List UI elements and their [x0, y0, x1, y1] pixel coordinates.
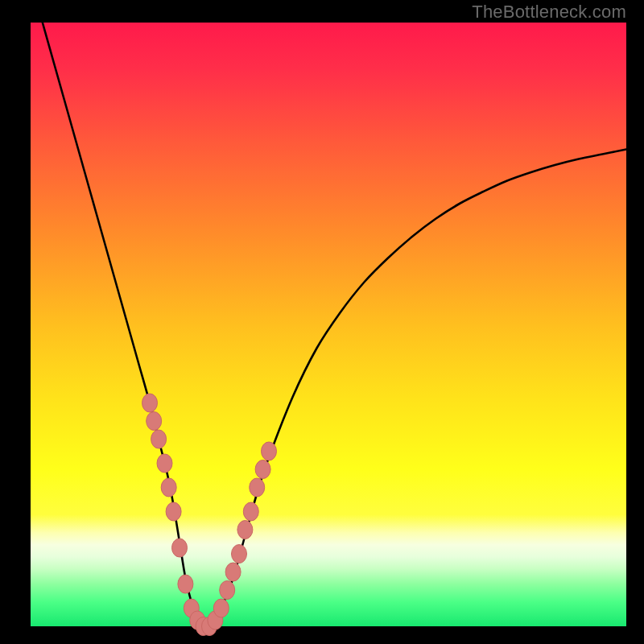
data-marker — [220, 581, 235, 600]
data-marker — [225, 563, 241, 581]
data-marker — [243, 502, 258, 521]
data-marker — [142, 394, 158, 412]
data-markers-group — [142, 394, 277, 636]
data-marker — [147, 412, 162, 431]
data-marker — [151, 430, 167, 448]
data-marker — [161, 478, 176, 497]
bottleneck-curve — [43, 23, 626, 627]
curve-layer — [0, 0, 644, 644]
data-marker — [250, 478, 265, 497]
data-marker — [262, 442, 277, 460]
data-marker — [232, 545, 247, 564]
data-marker — [237, 521, 253, 539]
data-marker — [255, 460, 270, 479]
data-marker — [178, 575, 193, 593]
data-marker — [172, 539, 188, 557]
chart-stage: TheBottleneck.com — [0, 0, 644, 644]
data-marker — [166, 502, 181, 521]
data-marker — [157, 454, 172, 473]
data-marker — [213, 599, 229, 617]
